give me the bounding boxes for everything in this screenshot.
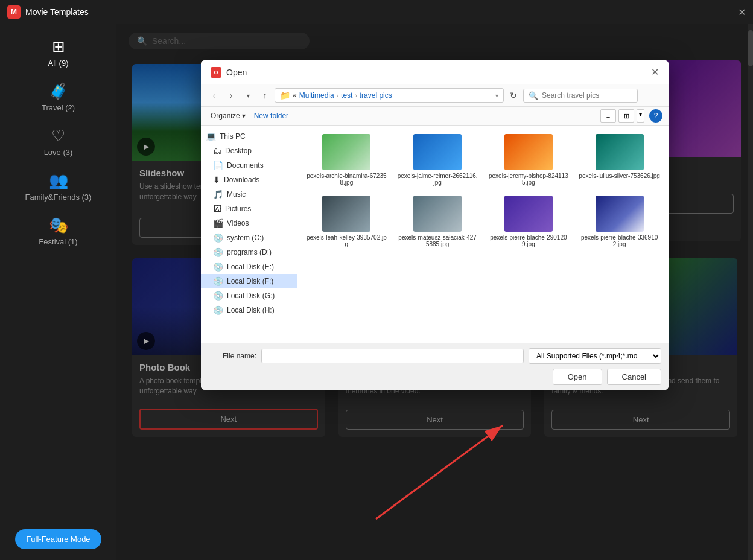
tree-item-local-f[interactable]: 💿 Local Disk (F:) — [201, 274, 297, 288]
file-name-7: pexels-pierre-blache-2901209.jpg — [488, 234, 570, 247]
tree-label-this-pc: This PC — [220, 132, 246, 141]
file-item-1[interactable]: pexels-archie-binamira-672358.jpg — [303, 132, 390, 188]
organize-label: Organize — [211, 112, 240, 120]
file-name-1: pexels-archie-binamira-672358.jpg — [306, 173, 387, 186]
family-icon: 👥 — [49, 171, 68, 190]
tree-item-this-pc[interactable]: 💻 This PC — [201, 129, 297, 144]
festival-icon: 🎭 — [49, 216, 68, 235]
tree-item-system-c[interactable]: 💿 system (C:) — [201, 231, 297, 245]
close-window-button[interactable]: ✕ — [738, 7, 746, 18]
view-buttons: ≡ ⊞ ▾ — [600, 109, 644, 122]
file-name-5: pexels-leah-kelley-3935702.jpg — [306, 234, 387, 247]
sidebar-item-love[interactable]: ♡ Love (3) — [0, 119, 116, 164]
breadcrumb-dropdown-icon[interactable]: ▾ — [495, 92, 498, 99]
nav-tree: 💻 This PC 🗂 Desktop 📄 Documents ⬇ — [201, 126, 297, 343]
file-thumb-4 — [596, 134, 644, 170]
file-name-2: pexels-jaime-reimer-2662116.jpg — [397, 173, 478, 186]
tree-item-videos[interactable]: 🎬 Videos — [201, 216, 297, 231]
file-item-5[interactable]: pexels-leah-kelley-3935702.jpg — [303, 193, 390, 250]
breadcrumb-test[interactable]: test — [341, 91, 352, 100]
tree-label-local-f: Local Disk (F:) — [227, 277, 273, 285]
open-dialog: O Open ✕ ‹ › ▾ ↑ 📁 « Multimedia › — [201, 60, 669, 390]
sidebar-item-all-label: All (9) — [48, 59, 69, 68]
open-button[interactable]: Open — [553, 369, 602, 385]
tree-item-programs-d[interactable]: 💿 programs (D:) — [201, 245, 297, 259]
dropdown-button[interactable]: ▾ — [241, 88, 255, 103]
sidebar-item-family-label: Family&Friends (3) — [25, 192, 92, 202]
tree-item-downloads[interactable]: ⬇ Downloads — [201, 173, 297, 187]
tree-label-documents: Documents — [227, 161, 264, 170]
file-item-2[interactable]: pexels-jaime-reimer-2662116.jpg — [395, 132, 481, 188]
file-thumb-6 — [413, 196, 462, 232]
file-name-6: pexels-mateusz-sałaciak-4275885.jpg — [397, 234, 478, 247]
breadcrumb-folder-icon: 📁 — [280, 91, 290, 100]
tree-item-local-h[interactable]: 💿 Local Disk (H:) — [201, 303, 297, 317]
file-thumb-8 — [596, 196, 644, 232]
dialog-search: 🔍 — [523, 89, 638, 103]
organize-dropdown-icon: ▾ — [242, 112, 246, 120]
file-name-4: pexels-julius-silver-753626.jpg — [579, 173, 660, 179]
file-name-3: pexels-jeremy-bishop-8241135.jpg — [488, 173, 570, 186]
tree-item-documents[interactable]: 📄 Documents — [201, 158, 297, 173]
dialog-search-input[interactable] — [542, 91, 632, 100]
cancel-button[interactable]: Cancel — [607, 369, 661, 385]
view-grid-button[interactable]: ⊞ — [618, 109, 634, 122]
tree-label-local-g: Local Disk (G:) — [227, 291, 275, 300]
app-title: Movie Templates — [25, 7, 89, 17]
tree-item-music[interactable]: 🎵 Music — [201, 187, 297, 202]
videos-icon: 🎬 — [213, 218, 223, 228]
tree-label-system-c: system (C:) — [227, 234, 264, 242]
app-icon: M — [7, 5, 21, 19]
up-button[interactable]: ↑ — [258, 88, 272, 103]
file-item-8[interactable]: pexels-pierre-blache-3369102.jpg — [576, 193, 662, 250]
tree-label-videos: Videos — [227, 219, 249, 228]
file-name-input[interactable] — [261, 349, 524, 363]
tree-label-desktop: Desktop — [225, 147, 252, 155]
file-item-4[interactable]: pexels-julius-silver-753626.jpg — [576, 132, 662, 188]
file-name-label: File name: — [208, 352, 256, 360]
travel-icon: 🧳 — [49, 82, 68, 101]
dialog-app-icon: O — [211, 67, 221, 78]
sidebar-item-festival[interactable]: 🎭 Festival (1) — [0, 209, 116, 253]
file-name-8: pexels-pierre-blache-3369102.jpg — [579, 234, 660, 247]
pc-icon: 💻 — [206, 132, 216, 141]
full-feature-button[interactable]: Full-Feature Mode — [15, 529, 101, 549]
file-item-3[interactable]: pexels-jeremy-bishop-8241135.jpg — [486, 132, 572, 188]
dialog-title-text: Open — [226, 68, 247, 77]
breadcrumb-multimedia[interactable]: Multimedia — [299, 91, 334, 100]
file-item-7[interactable]: pexels-pierre-blache-2901209.jpg — [486, 193, 572, 250]
view-dropdown-icon[interactable]: ▾ — [637, 109, 644, 122]
refresh-button[interactable]: ↻ — [506, 88, 521, 103]
file-type-select[interactable]: All Supported Files (*.mp4;*.mo — [529, 348, 661, 364]
disk-f-icon: 💿 — [213, 276, 223, 286]
tree-item-pictures[interactable]: 🖼 Pictures — [201, 202, 297, 216]
sidebar-item-all[interactable]: ⊞ All (9) — [0, 30, 116, 75]
sidebar-item-love-label: Love (3) — [44, 148, 73, 157]
forward-button[interactable]: › — [224, 88, 238, 103]
desktop-icon: 🗂 — [213, 146, 221, 156]
sidebar-item-travel[interactable]: 🧳 Travel (2) — [0, 75, 116, 119]
dialog-titlebar: O Open ✕ — [201, 60, 669, 84]
dialog-close-button[interactable]: ✕ — [651, 66, 659, 78]
file-item-6[interactable]: pexels-mateusz-sałaciak-4275885.jpg — [395, 193, 481, 250]
main-layout: ⊞ All (9) 🧳 Travel (2) ♡ Love (3) 👥 Fami… — [0, 24, 753, 560]
pictures-icon: 🖼 — [213, 204, 221, 214]
tree-item-desktop[interactable]: 🗂 Desktop — [201, 144, 297, 158]
tree-item-local-e[interactable]: 💿 Local Disk (E:) — [201, 259, 297, 274]
help-button[interactable]: ? — [649, 109, 662, 122]
disk-d-icon: 💿 — [213, 247, 223, 257]
sidebar-item-family[interactable]: 👥 Family&Friends (3) — [0, 164, 116, 209]
dialog-body: 💻 This PC 🗂 Desktop 📄 Documents ⬇ — [201, 126, 669, 343]
new-folder-button[interactable]: New folder — [254, 112, 288, 120]
organize-button[interactable]: Organize ▾ — [207, 110, 249, 122]
tree-label-pictures: Pictures — [225, 205, 251, 213]
view-list-button[interactable]: ≡ — [600, 109, 616, 122]
disk-e-icon: 💿 — [213, 262, 223, 272]
tree-item-local-g[interactable]: 💿 Local Disk (G:) — [201, 288, 297, 303]
tree-label-local-h: Local Disk (H:) — [227, 306, 275, 314]
breadcrumb[interactable]: 📁 « Multimedia › test › travel pics ▾ — [275, 88, 504, 103]
breadcrumb-travel-pics[interactable]: travel pics — [360, 91, 392, 100]
love-icon: ♡ — [51, 127, 65, 145]
back-button[interactable]: ‹ — [207, 88, 221, 103]
file-thumb-1 — [322, 134, 370, 170]
